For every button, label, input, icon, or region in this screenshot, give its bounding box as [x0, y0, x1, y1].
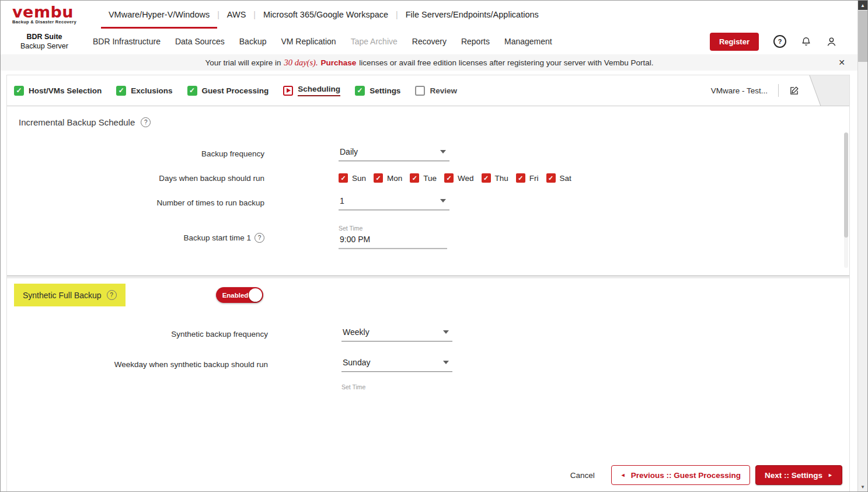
wizard-footer-actions: Cancel Previous :: Guest Processing Next… [570, 465, 842, 485]
product-nav: VMware/Hyper-V/Windows AWS Microsoft 365… [101, 1, 546, 29]
synthetic-frequency-select[interactable]: Weekly [341, 326, 452, 341]
banner-close-icon[interactable] [838, 58, 845, 67]
wizard-step-review[interactable]: Review [415, 86, 457, 96]
register-button[interactable]: Register [710, 33, 759, 51]
job-name-tab[interactable]: VMware - Test... [703, 75, 799, 106]
day-label: Fri [529, 174, 539, 183]
incremental-section-title: Incremental Backup Schedule [19, 117, 849, 127]
checked-checkbox-icon [187, 86, 197, 96]
form-row-start-time: Backup start time 1 Set Time 9:00 PM [7, 215, 849, 249]
checked-checkbox-icon [116, 86, 126, 96]
day-checkbox-wed[interactable]: Wed [444, 173, 474, 183]
left-arrow-icon [621, 473, 626, 478]
wizard-step-label: Settings [369, 86, 400, 95]
nav-tab-label: VMware/Hyper-V/Windows [109, 10, 210, 19]
day-checkbox-tue[interactable]: Tue [410, 173, 437, 183]
content-scrollbar[interactable] [844, 132, 848, 268]
logo-tagline: Backup & Disaster Recovery [12, 19, 76, 25]
product-block: BDR Suite Backup Server [1, 32, 88, 51]
next-button[interactable]: Next :: Settings [755, 465, 842, 485]
wizard-step-settings[interactable]: Settings [355, 86, 400, 96]
day-checkbox-sat[interactable]: Sat [546, 173, 571, 183]
synthetic-weekday-select[interactable]: Sunday [341, 357, 452, 372]
wizard-step-label: Scheduling [298, 85, 340, 96]
menu-item-bdr-infrastructure[interactable]: BDR Infrastructure [93, 37, 161, 46]
nav-tab-m365-google-workspace[interactable]: Microsoft 365/Google Workspace [256, 1, 396, 29]
scroll-down-arrow-icon[interactable] [858, 482, 867, 491]
wizard-step-scheduling[interactable]: Scheduling [283, 85, 340, 96]
day-checkbox-sun[interactable]: Sun [339, 173, 366, 183]
trial-days-remaining: 30 day(s). [284, 58, 318, 68]
day-checkbox-fri[interactable]: Fri [516, 173, 539, 183]
vembu-logo[interactable]: vembu Backup & Disaster Recovery [12, 1, 76, 29]
product-name: BDR Suite [1, 32, 88, 41]
tab-divider [778, 84, 779, 97]
checked-checkbox-icon [516, 173, 525, 183]
window-scrollbar-thumb[interactable] [858, 11, 867, 62]
form-row-synthetic-weekday: Weekday when synthetic backup should run… [7, 352, 849, 376]
selected-value: Sunday [343, 358, 370, 367]
menu-item-reports[interactable]: Reports [461, 37, 490, 46]
day-label: Mon [387, 174, 402, 183]
wizard-step-label: Exclusions [131, 86, 172, 95]
checked-checkbox-icon [444, 173, 454, 183]
notifications-bell-icon[interactable] [801, 36, 811, 47]
chevron-down-icon [440, 199, 446, 203]
menu-item-data-sources[interactable]: Data Sources [175, 37, 225, 46]
chevron-down-icon [443, 361, 449, 364]
menu-item-backup[interactable]: Backup [239, 37, 267, 46]
day-checkbox-mon[interactable]: Mon [374, 173, 402, 183]
backup-frequency-label: Backup frequency [201, 149, 264, 158]
synthetic-form: Synthetic backup frequency Weekly Weekda… [7, 322, 849, 390]
menu-item-recovery[interactable]: Recovery [412, 37, 447, 46]
trial-text-after: licenses or avail free edition licenses … [359, 58, 653, 67]
nav-tab-label: AWS [227, 10, 246, 19]
day-label: Tue [423, 174, 437, 183]
nav-tab-aws[interactable]: AWS [219, 1, 254, 29]
toggle-label: Enabled [222, 292, 249, 299]
form-row-times-to-run: Number of times to run backup 1 [7, 190, 849, 215]
cancel-button[interactable]: Cancel [570, 471, 595, 480]
wizard-step-label: Host/VMs Selection [29, 86, 102, 95]
backup-start-time-input[interactable]: 9:00 PM [339, 233, 447, 249]
menu-item-tape-archive: Tape Archive [351, 37, 398, 46]
trial-text-before: Your trial will expire in [205, 58, 281, 67]
wizard-step-exclusions[interactable]: Exclusions [116, 86, 172, 96]
form-row-synthetic-frequency: Synthetic backup frequency Weekly [7, 322, 849, 346]
nav-tab-file-servers-endpoints[interactable]: File Servers/Endpoints/Applications [398, 1, 546, 29]
set-time-label: Set Time [341, 383, 849, 390]
help-icon[interactable] [107, 290, 117, 300]
selected-value: Weekly [343, 327, 369, 337]
top-bar: vembu Backup & Disaster Recovery VMware/… [1, 1, 858, 29]
window-scrollbar[interactable] [857, 1, 867, 491]
form-row-backup-days: Days when backup should run Sun Mon Tue … [7, 166, 849, 190]
logo-text: vembu [12, 5, 76, 19]
menu-item-vm-replication[interactable]: VM Replication [281, 37, 336, 46]
day-checkbox-thu[interactable]: Thu [482, 173, 508, 183]
chevron-down-icon [440, 150, 446, 153]
times-to-run-select[interactable]: 1 [339, 195, 449, 210]
content-scrollbar-thumb[interactable] [844, 132, 848, 238]
menu-item-management[interactable]: Management [504, 37, 552, 46]
tab-corner-decoration [809, 75, 849, 106]
edit-job-name-icon[interactable] [789, 86, 799, 96]
app-bar: BDR Suite Backup Server BDR Infrastructu… [1, 29, 858, 54]
help-icon[interactable] [141, 117, 151, 127]
wizard-step-guest-processing[interactable]: Guest Processing [187, 86, 269, 96]
next-button-label: Next :: Settings [765, 471, 822, 480]
help-icon[interactable] [255, 233, 264, 243]
user-account-icon[interactable] [826, 36, 837, 47]
nav-tab-vmware-hyperv-windows[interactable]: VMware/Hyper-V/Windows [101, 1, 217, 29]
previous-button[interactable]: Previous :: Guest Processing [611, 465, 750, 485]
scroll-up-arrow-icon[interactable] [858, 1, 867, 10]
day-label: Thu [495, 174, 508, 183]
synthetic-enabled-toggle[interactable]: Enabled [216, 287, 263, 303]
day-label: Sat [560, 174, 571, 183]
synthetic-section-header: Synthetic Full Backup Enabled [7, 284, 849, 306]
app-window: vembu Backup & Disaster Recovery VMware/… [0, 0, 868, 492]
help-icon[interactable] [773, 35, 786, 48]
backup-frequency-select[interactable]: Daily [339, 146, 449, 161]
wizard-step-host-vms-selection[interactable]: Host/VMs Selection [14, 86, 102, 96]
purchase-link[interactable]: Purchase [321, 58, 357, 67]
app-bar-actions: Register [710, 33, 837, 51]
